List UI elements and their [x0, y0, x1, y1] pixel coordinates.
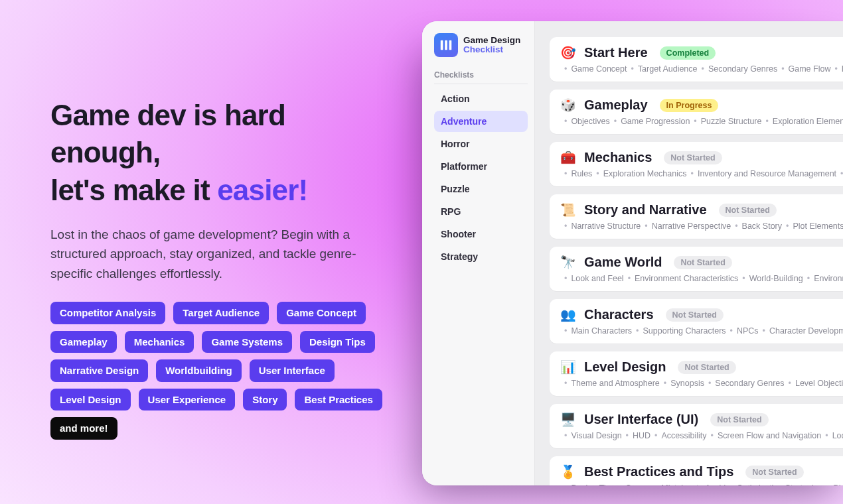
crumb-dot-icon: •	[726, 483, 736, 485]
sidebar-section-label: Checklists	[434, 68, 528, 84]
hero-tag[interactable]: Narrative Design	[50, 359, 148, 382]
crumb-dot-icon: •	[592, 169, 603, 178]
hero-line2-pre: let's make it	[50, 174, 217, 206]
svg-rect-1	[445, 40, 447, 50]
crumb-dot-icon: •	[622, 431, 633, 440]
checklist-card[interactable]: 🎯Start HereCompleted•Game Concept•Target…	[550, 37, 843, 82]
crumb-item: Narrative Perspective	[652, 221, 731, 231]
crumb-dot-icon: •	[707, 431, 718, 440]
hero-tag[interactable]: Gameplay	[50, 331, 117, 353]
card-header: 🏅Best Practices and TipsNot Started	[560, 464, 843, 479]
crumb-item: Environment Characteristics	[635, 274, 738, 283]
hero-tag[interactable]: User Experience	[139, 389, 236, 411]
checklist-card[interactable]: 🎲GameplayIn Progress•Objectives•Game Pro…	[550, 90, 843, 134]
hero-line1: Game dev is hard enough,	[50, 99, 285, 168]
checklist-card[interactable]: 🏅Best Practices and TipsNot Started•Desi…	[550, 456, 843, 485]
crumb-item: Common Mistakes to Avoid	[625, 483, 726, 485]
svg-rect-2	[449, 40, 452, 50]
sidebar-item-puzzle[interactable]: Puzzle	[434, 178, 528, 200]
hero-tag[interactable]: Game Concept	[277, 302, 366, 324]
crumb-item: Look an	[832, 431, 843, 440]
crumb-item: Objectives	[571, 117, 609, 126]
card-title: Gameplay	[584, 97, 648, 113]
hero-tag[interactable]: Design Tips	[300, 331, 375, 353]
crumb-item: Accessibility	[661, 431, 706, 440]
crumb-dot-icon: •	[777, 64, 788, 74]
card-emoji-icon: 🎲	[560, 99, 576, 111]
card-crumbs: •Visual Design•HUD•Accessibility•Screen …	[560, 431, 843, 440]
hero-tag[interactable]: Best Practices	[295, 389, 382, 411]
hero-tag-more[interactable]: and more!	[50, 417, 117, 440]
card-header: 👥CharactersNot Started	[560, 307, 843, 322]
crumb-item: Level Objectives	[795, 379, 843, 388]
checklist-card[interactable]: 👥CharactersNot Started•Main Characters•S…	[550, 299, 843, 344]
sidebar-item-shooter[interactable]: Shooter	[434, 223, 528, 245]
card-emoji-icon: 📜	[560, 204, 576, 216]
status-badge: Completed	[660, 46, 716, 60]
main-panel: 🎯Start HereCompleted•Game Concept•Target…	[535, 21, 843, 485]
checklist-card[interactable]: 🔭Game WorldNot Started•Look and Feel•Env…	[550, 247, 843, 291]
status-badge: Not Started	[664, 151, 722, 164]
card-crumbs: •Rules•Exploration Mechanics•Inventory a…	[560, 169, 843, 178]
sidebar-item-horror[interactable]: Horror	[434, 133, 528, 155]
sidebar-item-action[interactable]: Action	[434, 88, 528, 109]
crumb-dot-icon: •	[660, 379, 670, 388]
crumb-item: NPCs	[737, 326, 759, 336]
crumb-dot-icon: •	[560, 431, 571, 440]
crumb-item: Look and Feel	[571, 274, 623, 283]
hero-tag[interactable]: Competitor Analysis	[50, 302, 165, 324]
crumb-item: Puzzle Structure	[701, 117, 762, 126]
crumb-dot-icon: •	[690, 117, 700, 126]
hero-tag[interactable]: Worldbuilding	[156, 359, 242, 382]
hero-tag[interactable]: User Interface	[250, 359, 335, 382]
crumb-dot-icon: •	[632, 326, 643, 336]
status-badge: Not Started	[745, 466, 803, 479]
logo[interactable]: Game Design Checklist	[434, 33, 528, 57]
status-badge: In Progress	[660, 99, 719, 112]
hero-tag[interactable]: Mechanics	[125, 331, 194, 353]
checklist-card[interactable]: 📜Story and NarrativeNot Started•Narrativ…	[550, 194, 843, 239]
hero-tag[interactable]: Game Systems	[202, 331, 292, 353]
crumb-dot-icon: •	[560, 117, 571, 126]
checklist-card[interactable]: 📊Level DesignNot Started•Theme and Atmos…	[550, 351, 843, 396]
crumb-dot-icon: •	[615, 483, 625, 485]
card-emoji-icon: 🖥️	[560, 413, 576, 426]
card-crumbs: •Narrative Structure•Narrative Perspecti…	[560, 221, 843, 231]
crumb-dot-icon: •	[830, 64, 841, 74]
crumb-item: World-Building	[749, 274, 803, 283]
sidebar: Game Design Checklist Checklists ActionA…	[422, 21, 535, 485]
card-header: 🧰MechanicsNot Started	[560, 150, 843, 165]
card-header: 🖥️User Interface (UI)Not Started	[560, 412, 843, 427]
checklist-card[interactable]: 🖥️User Interface (UI)Not Started•Visual …	[550, 404, 843, 448]
sidebar-item-adventure[interactable]: Adventure	[434, 111, 528, 132]
crumb-dot-icon: •	[738, 274, 749, 283]
crumb-dot-icon: •	[560, 169, 571, 178]
card-emoji-icon: 🎯	[560, 46, 576, 59]
card-title: Best Practices and Tips	[584, 464, 733, 479]
sidebar-item-rpg[interactable]: RPG	[434, 201, 528, 222]
card-title: Start Here	[584, 45, 648, 60]
crumb-item: Character Development a	[769, 326, 843, 336]
crumb-dot-icon: •	[822, 483, 833, 485]
sidebar-item-platformer[interactable]: Platformer	[434, 156, 528, 177]
card-header: 📊Level DesignNot Started	[560, 359, 843, 375]
hero-tag[interactable]: Level Design	[50, 389, 131, 411]
status-badge: Not Started	[678, 361, 735, 374]
crumb-item: Synopsis	[670, 379, 704, 388]
card-title: Characters	[584, 307, 654, 322]
app-window: Game Design Checklist Checklists ActionA…	[422, 21, 843, 485]
crumb-dot-icon: •	[785, 379, 795, 388]
crumb-item: Environmenta	[814, 274, 843, 283]
crumb-dot-icon: •	[560, 483, 571, 485]
crumb-item: HUD	[633, 431, 651, 440]
status-badge: Not Started	[674, 256, 731, 269]
card-header: 🔭Game WorldNot Started	[560, 255, 843, 270]
checklist-card[interactable]: 🧰MechanicsNot Started•Rules•Exploration …	[550, 142, 843, 186]
crumb-dot-icon: •	[560, 64, 571, 74]
card-emoji-icon: 🧰	[560, 151, 576, 164]
crumb-item: Theme and Atmosphere	[571, 379, 659, 388]
crumb-dot-icon: •	[610, 117, 621, 126]
sidebar-item-strategy[interactable]: Strategy	[434, 246, 528, 267]
hero-tag[interactable]: Story	[243, 389, 287, 411]
hero-tag[interactable]: Target Audience	[173, 302, 269, 324]
